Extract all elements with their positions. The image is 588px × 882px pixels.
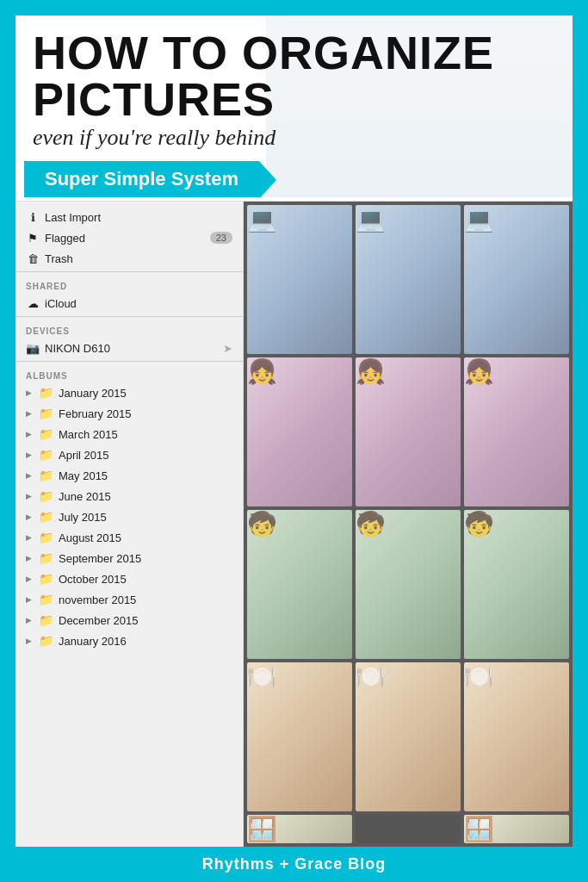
folder-icon-sep2015: 📁 xyxy=(39,551,53,565)
section-label-devices: DEVICES xyxy=(15,320,243,338)
sidebar-item-feb2015[interactable]: ▶ 📁 February 2015 xyxy=(15,403,243,424)
sidebar-item-may2015[interactable]: ▶ 📁 May 2015 xyxy=(15,465,243,486)
sidebar-item-jul2015[interactable]: ▶ 📁 July 2015 xyxy=(15,506,243,527)
photo-thumb-8[interactable] xyxy=(356,510,461,659)
sidebar-item-nov2015[interactable]: ▶ 📁 november 2015 xyxy=(15,589,243,610)
folder-icon-may2015: 📁 xyxy=(39,469,53,482)
flagged-badge: 23 xyxy=(210,232,232,244)
photo-thumb-2[interactable] xyxy=(356,205,461,354)
page-title-line1: HOW TO ORGANIZE PICTURES xyxy=(33,29,555,122)
photo-thumb-10[interactable] xyxy=(247,662,352,811)
photo-thumb-empty xyxy=(356,815,461,843)
album-label-jul2015: July 2015 xyxy=(59,511,107,524)
expand-arrow-apr2015: ▶ xyxy=(26,450,32,459)
album-label-aug2015: August 2015 xyxy=(59,531,121,544)
section-label-albums: ALBUMS xyxy=(15,364,243,382)
folder-icon-aug2015: 📁 xyxy=(39,531,53,544)
expand-arrow-jun2015: ▶ xyxy=(26,492,32,500)
folder-icon-oct2015: 📁 xyxy=(39,572,53,586)
section-label-shared: SHARED xyxy=(15,275,243,293)
icloud-label: iCloud xyxy=(45,297,77,310)
expand-arrow-feb2015: ▶ xyxy=(26,409,32,418)
sidebar-item-dec2015[interactable]: ▶ 📁 December 2015 xyxy=(15,610,243,630)
footer-label: Rhythms + Grace Blog xyxy=(202,855,387,873)
sidebar-item-mar2015[interactable]: ▶ 📁 March 2015 xyxy=(15,424,243,444)
album-label-dec2015: December 2015 xyxy=(59,614,139,627)
flagged-label: Flagged xyxy=(45,232,85,245)
folder-icon-jan2015: 📁 xyxy=(39,386,53,400)
sidebar-item-flagged[interactable]: ⚑ Flagged 23 xyxy=(15,227,243,248)
banner-wrapper: Super Simple System xyxy=(15,161,573,197)
divider-1 xyxy=(15,271,243,272)
trash-label: Trash xyxy=(45,252,73,265)
album-label-sep2015: September 2015 xyxy=(59,552,141,565)
photo-thumb-1[interactable] xyxy=(247,205,352,354)
title-content: HOW TO ORGANIZE PICTURES even if you're … xyxy=(15,16,573,154)
sidebar-item-trash[interactable]: 🗑 Trash xyxy=(15,248,243,269)
album-label-mar2015: March 2015 xyxy=(59,428,118,441)
page-subtitle: even if you're really behind xyxy=(33,124,555,151)
photo-thumb-14[interactable] xyxy=(464,815,569,843)
device-arrow-icon: ➤ xyxy=(223,342,232,355)
photo-thumb-12[interactable] xyxy=(464,662,569,811)
photo-thumb-4[interactable] xyxy=(247,357,352,506)
expand-arrow-jan2015: ▶ xyxy=(26,388,32,397)
expand-arrow-jul2015: ▶ xyxy=(26,512,32,521)
last-import-label: Last Import xyxy=(45,211,101,224)
photo-thumb-5[interactable] xyxy=(356,357,461,506)
expand-arrow-nov2015: ▶ xyxy=(26,595,32,604)
title-text-line1: HOW TO ORGANIZE xyxy=(33,27,494,78)
nikon-label: NIKON D610 xyxy=(45,342,110,355)
album-label-jan2015: January 2015 xyxy=(59,387,127,400)
banner: Super Simple System xyxy=(24,161,259,197)
folder-icon-nov2015: 📁 xyxy=(39,593,53,606)
info-icon: ℹ xyxy=(26,210,40,224)
folder-icon-jun2015: 📁 xyxy=(39,489,53,503)
folder-icon-apr2015: 📁 xyxy=(39,448,53,462)
camera-icon: 📷 xyxy=(26,341,40,355)
photo-thumb-3[interactable] xyxy=(464,205,569,354)
main-card: HOW TO ORGANIZE PICTURES even if you're … xyxy=(15,16,573,847)
album-label-may2015: May 2015 xyxy=(59,469,108,482)
photo-thumb-7[interactable] xyxy=(247,510,352,659)
expand-arrow-sep2015: ▶ xyxy=(26,554,32,562)
sidebar-item-apr2015[interactable]: ▶ 📁 April 2015 xyxy=(15,444,243,465)
photo-thumb-13[interactable] xyxy=(247,815,352,843)
sidebar-item-jun2015[interactable]: ▶ 📁 June 2015 xyxy=(15,486,243,506)
album-label-oct2015: October 2015 xyxy=(59,573,127,586)
sidebar-item-oct2015[interactable]: ▶ 📁 October 2015 xyxy=(15,568,243,589)
album-label-apr2015: April 2015 xyxy=(59,449,109,462)
sidebar-item-aug2015[interactable]: ▶ 📁 August 2015 xyxy=(15,527,243,548)
sidebar-item-jan2015[interactable]: ▶ 📁 January 2015 xyxy=(15,382,243,403)
expand-arrow-mar2015: ▶ xyxy=(26,430,32,438)
expand-arrow-dec2015: ▶ xyxy=(26,616,32,624)
sidebar-item-sep2015[interactable]: ▶ 📁 September 2015 xyxy=(15,548,243,568)
folder-icon-jul2015: 📁 xyxy=(39,510,53,524)
album-label-feb2015: February 2015 xyxy=(59,407,132,420)
folder-icon-dec2015: 📁 xyxy=(39,613,53,627)
divider-2 xyxy=(15,316,243,317)
photo-grid xyxy=(244,202,573,847)
divider-3 xyxy=(15,361,243,362)
expand-arrow-jan2016: ▶ xyxy=(26,637,32,645)
folder-icon-feb2015: 📁 xyxy=(39,407,53,420)
cloud-icon: ☁ xyxy=(26,296,40,310)
album-label-jun2015: June 2015 xyxy=(59,490,111,503)
sidebar-item-last-import[interactable]: ℹ Last Import xyxy=(15,207,243,227)
photo-thumb-6[interactable] xyxy=(464,357,569,506)
photo-thumb-11[interactable] xyxy=(356,662,461,811)
title-section: HOW TO ORGANIZE PICTURES even if you're … xyxy=(15,16,573,197)
album-label-nov2015: november 2015 xyxy=(59,593,136,606)
folder-icon-mar2015: 📁 xyxy=(39,427,53,441)
title-text-line2: PICTURES xyxy=(33,73,275,125)
flag-icon: ⚑ xyxy=(26,231,40,245)
sidebar-item-nikon[interactable]: 📷 NIKON D610 ➤ xyxy=(15,338,243,358)
sidebar-item-jan2016[interactable]: ▶ 📁 January 2016 xyxy=(15,630,243,651)
expand-arrow-oct2015: ▶ xyxy=(26,575,32,583)
sidebar-item-icloud[interactable]: ☁ iCloud xyxy=(15,293,243,314)
expand-arrow-aug2015: ▶ xyxy=(26,533,32,542)
sidebar: ℹ Last Import ⚑ Flagged 23 🗑 Trash SHARE… xyxy=(15,202,244,847)
content-area: ℹ Last Import ⚑ Flagged 23 🗑 Trash SHARE… xyxy=(15,201,573,847)
photo-thumb-9[interactable] xyxy=(464,510,569,659)
trash-icon: 🗑 xyxy=(26,252,40,265)
